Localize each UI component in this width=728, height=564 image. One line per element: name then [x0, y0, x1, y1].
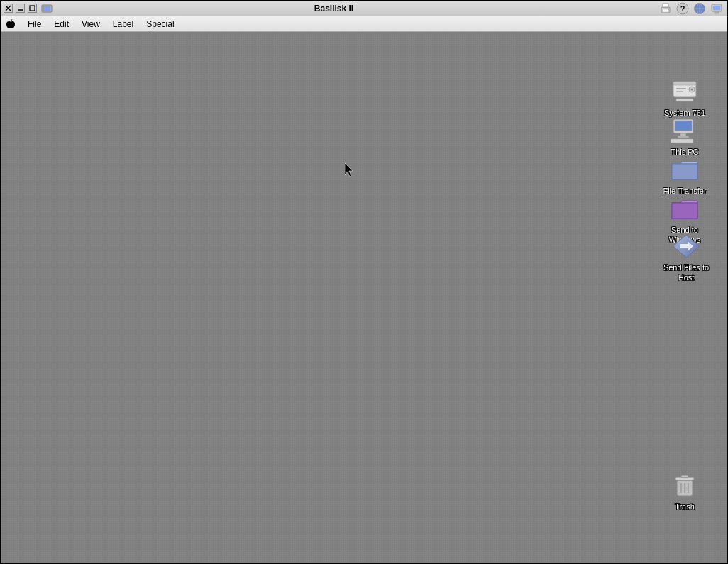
- svg-point-43: [685, 487, 689, 491]
- menu-special[interactable]: Special: [140, 18, 180, 31]
- toolbar-icons: ?: [658, 1, 724, 16]
- send-files-to-host-img: [672, 232, 700, 260]
- menu-bar: File Edit View Label Special: [1, 16, 727, 32]
- globe-icon-btn[interactable]: [692, 1, 707, 16]
- cursor: [345, 163, 353, 176]
- svg-rect-38: [681, 475, 688, 477]
- this-pc-img: [671, 116, 699, 145]
- svg-rect-37: [675, 477, 694, 480]
- svg-rect-7: [663, 4, 668, 7]
- svg-rect-24: [676, 91, 683, 92]
- menu-file[interactable]: File: [22, 18, 47, 31]
- send-files-to-host-icon[interactable]: Send Files to Host: [658, 229, 715, 287]
- apple-menu[interactable]: [4, 17, 18, 31]
- close-button[interactable]: [4, 4, 13, 13]
- svg-rect-23: [676, 88, 686, 89]
- svg-rect-32: [672, 203, 697, 219]
- globe-icon: [693, 2, 706, 15]
- title-bar: Basilisk II ?: [1, 1, 727, 16]
- apple-icon: [5, 18, 16, 30]
- system-761-img: [671, 77, 699, 106]
- svg-rect-28: [680, 133, 686, 136]
- send-files-to-host-label: Send Files to Host: [661, 262, 712, 284]
- window-title: Basilisk II: [14, 4, 653, 13]
- send-to-windows-img: [671, 194, 699, 223]
- svg-point-9: [668, 8, 669, 9]
- svg-rect-31: [672, 164, 697, 179]
- svg-point-42: [680, 485, 683, 487]
- help-icon-btn[interactable]: ?: [675, 1, 690, 16]
- trash-icon[interactable]: Trash: [656, 468, 713, 515]
- trash-img: [671, 471, 699, 499]
- menu-edit[interactable]: Edit: [48, 18, 75, 31]
- svg-rect-17: [715, 12, 719, 13]
- svg-rect-25: [676, 99, 693, 101]
- svg-point-22: [691, 89, 693, 91]
- desktop[interactable]: System 761 This PC: [1, 32, 727, 563]
- printer-icon-btn[interactable]: [658, 1, 673, 16]
- device-icon-btn[interactable]: [709, 1, 724, 16]
- svg-rect-29: [678, 136, 689, 138]
- svg-rect-18: [713, 6, 720, 10]
- printer-icon: [659, 2, 672, 15]
- svg-rect-27: [675, 121, 692, 131]
- basilisk-window: Basilisk II ?: [0, 0, 728, 564]
- help-icon: ?: [676, 2, 689, 15]
- menu-label[interactable]: Label: [107, 18, 139, 31]
- file-transfer-img: [671, 155, 699, 184]
- svg-rect-8: [663, 9, 668, 12]
- trash-label: Trash: [673, 501, 696, 512]
- svg-rect-30: [671, 139, 693, 143]
- menu-view[interactable]: View: [76, 18, 106, 31]
- svg-rect-20: [673, 82, 696, 85]
- svg-text:?: ?: [680, 4, 685, 13]
- device-icon: [710, 2, 723, 15]
